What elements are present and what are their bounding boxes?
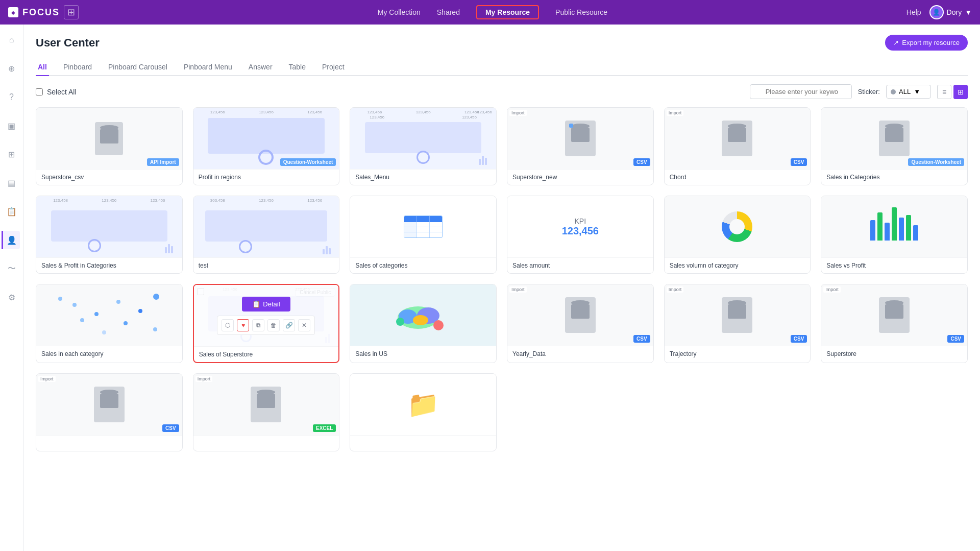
card-sales-vs-profit[interactable]: Sales vs Profit: [821, 196, 968, 274]
card-name: Superstore: [821, 346, 967, 362]
sidebar-item-user[interactable]: 👤: [2, 231, 20, 249]
sidebar-item-activity[interactable]: 〜: [3, 259, 21, 278]
detail-label: Detail: [263, 300, 280, 308]
view-toggle: ≡ ⊞: [937, 85, 968, 99]
card-sales-in-us[interactable]: Sales in US: [350, 284, 497, 363]
select-all-input[interactable]: [36, 88, 43, 95]
scatter-dot: [138, 309, 142, 313]
card-sales-each-category[interactable]: Been public Sales in each category: [36, 284, 183, 363]
user-menu[interactable]: 👤 Dory ▼: [929, 5, 972, 19]
add-tab-button[interactable]: ⊞: [64, 5, 79, 19]
card-yearly-data[interactable]: CSV Import Yearly_Data: [507, 284, 654, 363]
card-name: Sales amount: [507, 257, 653, 273]
card-superstore-new[interactable]: CSV Import Superstore_new: [507, 107, 654, 185]
sidebar-item-question[interactable]: ?: [3, 88, 21, 106]
card-sales-menu[interactable]: 123,456123,456123,456 123,456123,456 123…: [350, 107, 497, 185]
card-sales-in-categories[interactable]: Question-Worksheet Sales in Categories: [821, 107, 968, 185]
export-button[interactable]: ↗ Export my resource: [885, 35, 968, 51]
card-profit-in-regions[interactable]: 123,456123,456123,456 Question-Worksheet…: [193, 107, 340, 185]
scatter-dot-large: [153, 294, 159, 300]
nav-shared[interactable]: Shared: [437, 8, 460, 16]
tab-all[interactable]: All: [36, 59, 49, 76]
sidebar-item-search[interactable]: ⊕: [3, 59, 21, 78]
card-thumbnail: [821, 196, 967, 257]
card-sales-amount[interactable]: KPI 123,456 Sales amount: [507, 196, 654, 274]
app-name: FOCUS: [22, 7, 60, 18]
share-action-button[interactable]: ⬡: [222, 319, 234, 331]
card-sales-of-superstore[interactable]: Cancel Public 123,456123,456: [193, 284, 340, 363]
detail-icon: 📋: [252, 300, 260, 308]
delete-action-button[interactable]: 🗑: [267, 319, 280, 331]
filter-right: Sticker: ALL ▼ ≡ ⊞: [750, 84, 968, 99]
card-excel-import[interactable]: EXCEL Import: [193, 373, 340, 451]
sidebar-item-inbox[interactable]: ▤: [3, 174, 21, 192]
card-superstore-csv[interactable]: API Import Superstore_csv: [36, 107, 183, 185]
bar-4: [892, 207, 897, 241]
scatter-dot: [153, 327, 157, 331]
folder-icon: 📁: [407, 390, 439, 419]
card-name: Sales in US: [350, 346, 496, 362]
search-input[interactable]: [750, 84, 852, 99]
grid-view-button[interactable]: ⊞: [953, 85, 968, 99]
card-trajectory[interactable]: CSV Import Trajectory: [664, 284, 811, 363]
bar-7: [913, 225, 918, 241]
card-name: Yearly_Data: [507, 346, 653, 362]
sticker-label: Sticker:: [858, 88, 880, 95]
sidebar-item-monitor[interactable]: ▣: [3, 116, 21, 135]
card-csv-import[interactable]: CSV Import: [36, 373, 183, 451]
card-thumbnail: [350, 284, 496, 346]
card-thumbnail: CSV Import: [821, 284, 967, 346]
card-thumbnail: 📁: [350, 374, 496, 435]
copy-action-button[interactable]: ⧉: [252, 319, 264, 331]
card-name: Sales volumn of category: [665, 257, 811, 273]
user-avatar: 👤: [929, 5, 944, 19]
donut-chart: [722, 211, 752, 242]
sidebar-item-clipboard[interactable]: 📋: [3, 202, 21, 221]
card-name: Sales in each category: [36, 346, 182, 362]
tab-pinboard-carousel[interactable]: Pinboard Carousel: [106, 59, 169, 76]
scatter-dot: [94, 312, 99, 316]
bar-3: [885, 223, 890, 241]
sticker-select[interactable]: ALL ▼: [886, 85, 931, 99]
tab-answer[interactable]: Answer: [247, 59, 275, 76]
tab-pinboard-menu[interactable]: Pinboard Menu: [182, 59, 234, 76]
card-thumbnail: 303,458123,456123,456: [193, 196, 339, 257]
card-name: Sales of Superstore: [194, 346, 339, 362]
badge-question: Question-Worksheet: [908, 158, 964, 166]
top-navigation: FOCUS ⊞ My Collection Shared My Resource…: [0, 0, 980, 25]
card-superstore[interactable]: CSV Import Superstore: [821, 284, 968, 363]
tab-project[interactable]: Project: [320, 59, 347, 76]
bar-6: [906, 215, 911, 241]
sidebar-item-settings[interactable]: ⚙: [3, 288, 21, 306]
tab-pinboard[interactable]: Pinboard: [61, 59, 94, 76]
bar-5: [899, 218, 904, 241]
content-tabs: All Pinboard Pinboard Carousel Pinboard …: [36, 59, 968, 76]
scatter-dot: [102, 330, 106, 334]
card-sales-profit-categories[interactable]: 123,458123,456123,456 Sales & Profit in …: [36, 196, 183, 274]
card-sales-of-categories[interactable]: Sales of categories: [350, 196, 497, 274]
card-name: Sales in Categories: [821, 169, 967, 185]
scatter-dot: [72, 303, 77, 307]
close-action-button[interactable]: ✕: [298, 319, 310, 331]
sidebar-item-table[interactable]: ⊞: [3, 145, 21, 163]
detail-button[interactable]: 📋 Detail: [242, 297, 290, 312]
help-link[interactable]: Help: [906, 8, 921, 16]
card-test[interactable]: 303,458123,456123,456 test: [193, 196, 340, 274]
link-action-button[interactable]: 🔗: [283, 319, 295, 331]
heart-action-button[interactable]: ♥: [237, 319, 249, 331]
select-all-checkbox[interactable]: Select All: [36, 88, 77, 96]
badge-csv: CSV: [633, 158, 650, 166]
nav-public-resource[interactable]: Public Resource: [555, 8, 607, 16]
tab-table[interactable]: Table: [287, 59, 308, 76]
page-title: User Center: [36, 36, 100, 50]
main-content: User Center ↗ Export my resource All Pin…: [23, 25, 980, 551]
nav-my-collection[interactable]: My Collection: [378, 8, 421, 16]
list-view-button[interactable]: ≡: [937, 85, 951, 99]
card-folder[interactable]: 📁: [350, 373, 497, 451]
card-chord[interactable]: CSV Import Chord: [664, 107, 811, 185]
scatter-dot: [124, 321, 128, 325]
nav-my-resource[interactable]: My Resource: [476, 5, 539, 19]
card-sales-volumn[interactable]: Sales volumn of category: [664, 196, 811, 274]
sidebar-item-home[interactable]: ⌂: [3, 31, 21, 49]
username: Dory: [947, 8, 962, 16]
